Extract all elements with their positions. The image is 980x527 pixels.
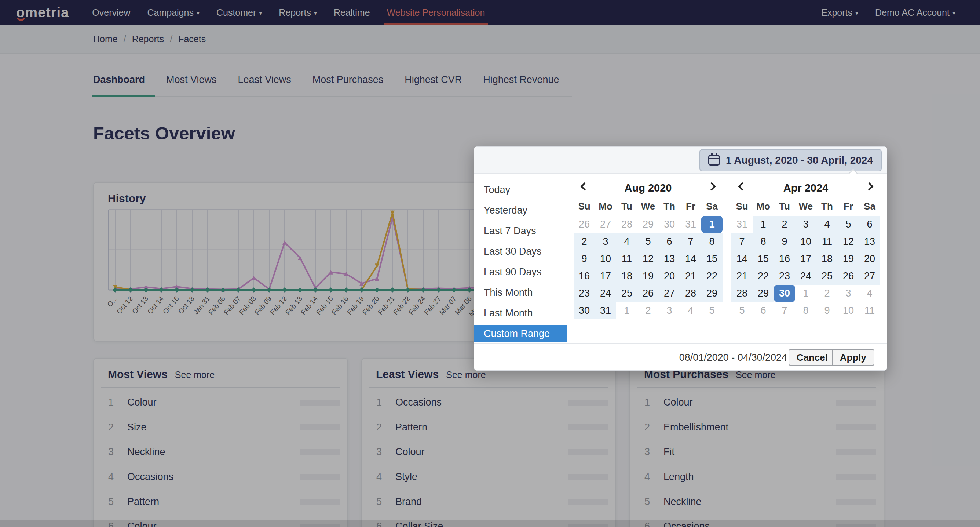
- day-cell[interactable]: 21: [731, 268, 752, 285]
- day-cell[interactable]: 12: [638, 250, 659, 268]
- day-cell[interactable]: 3: [795, 216, 816, 233]
- day-cell[interactable]: 28: [680, 285, 701, 302]
- day-cell[interactable]: 31: [680, 216, 701, 233]
- day-cell[interactable]: 17: [595, 268, 616, 285]
- day-cell[interactable]: 9: [574, 250, 595, 268]
- day-cell[interactable]: 18: [616, 268, 638, 285]
- day-cell[interactable]: 7: [680, 233, 701, 250]
- day-cell[interactable]: 3: [659, 302, 680, 319]
- calendar-end: Apr 2024SuMoTuWeThFrSa311234567891011121…: [731, 181, 880, 319]
- preset-list: TodayYesterdayLast 7 DaysLast 30 DaysLas…: [474, 174, 567, 343]
- day-cell[interactable]: 13: [659, 250, 680, 268]
- day-cell[interactable]: 16: [774, 250, 795, 268]
- day-cell[interactable]: 9: [816, 302, 838, 319]
- day-cell[interactable]: 17: [795, 250, 816, 268]
- day-cell[interactable]: 4: [680, 302, 701, 319]
- day-cell[interactable]: 22: [701, 268, 722, 285]
- day-cell[interactable]: 4: [616, 233, 638, 250]
- day-cell[interactable]: 10: [595, 250, 616, 268]
- day-cell[interactable]: 23: [574, 285, 595, 302]
- date-range-button-label: 1 August, 2020 - 30 April, 2024: [726, 155, 873, 166]
- day-cell[interactable]: 8: [701, 233, 722, 250]
- day-cell[interactable]: 20: [859, 250, 880, 268]
- preset-this-month[interactable]: This Month: [474, 284, 566, 301]
- day-cell[interactable]: 2: [574, 233, 595, 250]
- day-cell[interactable]: 1: [616, 302, 638, 319]
- day-cell[interactable]: 11: [816, 233, 838, 250]
- day-cell[interactable]: 5: [731, 302, 752, 319]
- day-cell[interactable]: 2: [774, 216, 795, 233]
- day-cell[interactable]: 27: [859, 268, 880, 285]
- day-cell[interactable]: 11: [616, 250, 638, 268]
- day-cell[interactable]: 7: [774, 302, 795, 319]
- day-cell[interactable]: 1: [795, 285, 816, 302]
- weekday-label: Sa: [701, 199, 722, 214]
- day-cell[interactable]: 4: [816, 216, 838, 233]
- day-cell[interactable]: 20: [659, 268, 680, 285]
- day-cell[interactable]: 30: [574, 302, 595, 319]
- day-cell[interactable]: 5: [838, 216, 859, 233]
- day-cell[interactable]: 7: [731, 233, 752, 250]
- day-cell[interactable]: 2: [638, 302, 659, 319]
- preset-yesterday[interactable]: Yesterday: [474, 202, 566, 219]
- day-cell[interactable]: 9: [774, 233, 795, 250]
- day-cell[interactable]: 2: [816, 285, 838, 302]
- day-cell[interactable]: 29: [638, 216, 659, 233]
- cancel-button[interactable]: Cancel: [789, 349, 836, 366]
- day-cell[interactable]: 12: [838, 233, 859, 250]
- day-cell[interactable]: 24: [795, 268, 816, 285]
- day-cell[interactable]: 31: [731, 216, 752, 233]
- day-cell[interactable]: 18: [816, 250, 838, 268]
- day-cell[interactable]: 6: [659, 233, 680, 250]
- day-cell[interactable]: 8: [752, 233, 774, 250]
- day-cell[interactable]: 13: [859, 233, 880, 250]
- day-cell[interactable]: 14: [731, 250, 752, 268]
- day-cell[interactable]: 4: [859, 285, 880, 302]
- preset-last-30-days[interactable]: Last 30 Days: [474, 243, 566, 260]
- day-cell[interactable]: 10: [795, 233, 816, 250]
- day-cell[interactable]: 26: [574, 216, 595, 233]
- day-cell[interactable]: 27: [659, 285, 680, 302]
- preset-last-month[interactable]: Last Month: [474, 305, 566, 322]
- day-cell[interactable]: 19: [838, 250, 859, 268]
- day-cell[interactable]: 5: [638, 233, 659, 250]
- day-cell[interactable]: 28: [616, 216, 638, 233]
- day-cell[interactable]: 30: [774, 285, 795, 302]
- day-cell[interactable]: 27: [595, 216, 616, 233]
- day-cell[interactable]: 11: [859, 302, 880, 319]
- day-cell[interactable]: 30: [659, 216, 680, 233]
- preset-custom-range[interactable]: Custom Range: [474, 325, 566, 342]
- preset-today[interactable]: Today: [474, 181, 566, 198]
- day-cell[interactable]: 23: [774, 268, 795, 285]
- bottom-shade: [0, 521, 980, 527]
- day-cell[interactable]: 24: [595, 285, 616, 302]
- day-cell[interactable]: 6: [752, 302, 774, 319]
- day-cell[interactable]: 1: [752, 216, 774, 233]
- day-cell[interactable]: 29: [701, 285, 722, 302]
- day-cell[interactable]: 8: [795, 302, 816, 319]
- day-cell[interactable]: 10: [838, 302, 859, 319]
- day-cell[interactable]: 22: [752, 268, 774, 285]
- apply-button[interactable]: Apply: [832, 349, 874, 366]
- day-cell[interactable]: 25: [616, 285, 638, 302]
- day-cell[interactable]: 19: [638, 268, 659, 285]
- preset-last-7-days[interactable]: Last 7 Days: [474, 222, 566, 240]
- day-cell[interactable]: 1: [701, 216, 722, 233]
- day-cell[interactable]: 29: [752, 285, 774, 302]
- day-cell[interactable]: 28: [731, 285, 752, 302]
- day-cell[interactable]: 15: [752, 250, 774, 268]
- day-cell[interactable]: 16: [574, 268, 595, 285]
- day-cell[interactable]: 14: [680, 250, 701, 268]
- preset-last-90-days[interactable]: Last 90 Days: [474, 264, 566, 281]
- day-cell[interactable]: 31: [595, 302, 616, 319]
- day-cell[interactable]: 3: [838, 285, 859, 302]
- day-cell[interactable]: 3: [595, 233, 616, 250]
- day-cell[interactable]: 26: [638, 285, 659, 302]
- day-cell[interactable]: 6: [859, 216, 880, 233]
- day-cell[interactable]: 15: [701, 250, 722, 268]
- day-cell[interactable]: 26: [838, 268, 859, 285]
- day-cell[interactable]: 21: [680, 268, 701, 285]
- day-cell[interactable]: 25: [816, 268, 838, 285]
- date-range-button[interactable]: 1 August, 2020 - 30 April, 2024: [699, 149, 882, 171]
- day-cell[interactable]: 5: [701, 302, 722, 319]
